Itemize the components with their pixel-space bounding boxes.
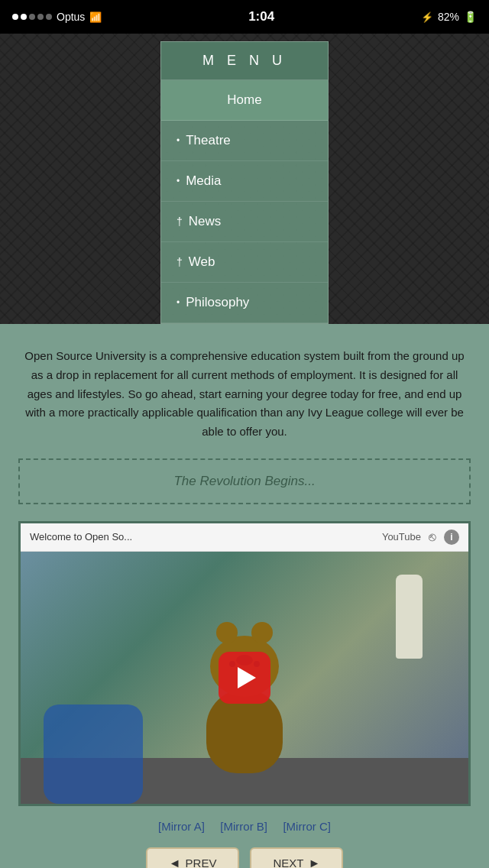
- menu-panel: M E N U Home • Theatre • Media † News † …: [160, 41, 329, 324]
- video-container[interactable]: Welcome to Open So... YouTube ⎋ i: [18, 521, 471, 806]
- main-content: Open Source University is a comprehensiv…: [0, 324, 489, 868]
- menu-home-item[interactable]: Home: [161, 80, 328, 121]
- bear-ear-left: [216, 622, 238, 643]
- prev-label: PREV: [186, 857, 217, 868]
- battery-percent: 82%: [438, 11, 459, 23]
- status-right: ⚡ 82% 🔋: [421, 11, 477, 23]
- dot-2: [21, 14, 27, 20]
- mirror-a-link[interactable]: [Mirror A]: [158, 820, 205, 833]
- bullet-icon-theatre: •: [176, 135, 180, 146]
- battery-icon: 🔋: [464, 11, 477, 23]
- menu-label-web: Web: [189, 254, 215, 270]
- menu-label-theatre: Theatre: [186, 133, 231, 148]
- dagger-icon-web: †: [176, 256, 183, 268]
- nav-buttons: ◄ PREV NEXT ►: [18, 847, 471, 868]
- youtube-label: YouTube: [382, 531, 421, 542]
- prev-button[interactable]: ◄ PREV: [146, 847, 240, 868]
- revolution-text: The Revolution Begins...: [173, 474, 315, 488]
- wifi-icon: 📶: [89, 11, 102, 23]
- play-triangle-icon: [238, 667, 256, 688]
- bullet-icon-philosophy: •: [176, 297, 180, 308]
- share-icon[interactable]: ⎋: [429, 530, 436, 544]
- next-label: NEXT: [273, 857, 303, 868]
- next-button[interactable]: NEXT ►: [250, 847, 343, 868]
- hero-background: M E N U Home • Theatre • Media † News † …: [0, 34, 489, 324]
- video-thumbnail[interactable]: [21, 552, 468, 804]
- dot-1: [12, 14, 18, 20]
- bg-blue-object: [44, 704, 143, 804]
- revolution-box[interactable]: The Revolution Begins...: [18, 458, 471, 504]
- menu-item-theatre[interactable]: • Theatre: [161, 121, 328, 161]
- carrier-label: Optus: [57, 11, 85, 23]
- video-controls: YouTube ⎋ i: [382, 530, 459, 545]
- status-time: 1:04: [248, 9, 274, 24]
- dagger-icon-news: †: [176, 215, 183, 228]
- menu-label-news: News: [189, 214, 222, 229]
- menu-item-media[interactable]: • Media: [161, 161, 328, 202]
- menu-header: M E N U: [161, 42, 328, 80]
- bullet-icon-media: •: [176, 176, 180, 186]
- info-icon[interactable]: i: [444, 530, 459, 545]
- menu-item-philosophy[interactable]: • Philosophy: [161, 283, 328, 323]
- description-paragraph: Open Source University is a comprehensiv…: [18, 347, 471, 442]
- video-title: Welcome to Open So...: [30, 531, 132, 542]
- menu-item-news[interactable]: † News: [161, 202, 328, 242]
- bear-ear-right: [251, 622, 273, 643]
- bg-bottle: [396, 575, 423, 659]
- status-bar: Optus 📶 1:04 ⚡ 82% 🔋: [0, 0, 489, 34]
- dot-4: [37, 14, 44, 20]
- prev-arrow-icon: ◄: [169, 857, 181, 868]
- menu-label-media: Media: [186, 173, 221, 189]
- dot-3: [29, 14, 35, 20]
- play-circle[interactable]: [219, 652, 270, 704]
- dot-5: [46, 14, 52, 20]
- bluetooth-icon: ⚡: [421, 11, 433, 23]
- mirror-b-link[interactable]: [Mirror B]: [220, 820, 267, 833]
- signal-strength: [12, 14, 52, 20]
- video-top-bar: Welcome to Open So... YouTube ⎋ i: [21, 523, 468, 552]
- menu-item-web[interactable]: † Web: [161, 242, 328, 283]
- mirror-c-link[interactable]: [Mirror C]: [283, 820, 331, 833]
- status-left: Optus 📶: [12, 11, 102, 23]
- play-button[interactable]: [219, 652, 270, 704]
- next-arrow-icon: ►: [308, 857, 320, 868]
- mirrors-row: [Mirror A] [Mirror B] [Mirror C]: [18, 820, 471, 834]
- menu-label-philosophy: Philosophy: [186, 295, 249, 310]
